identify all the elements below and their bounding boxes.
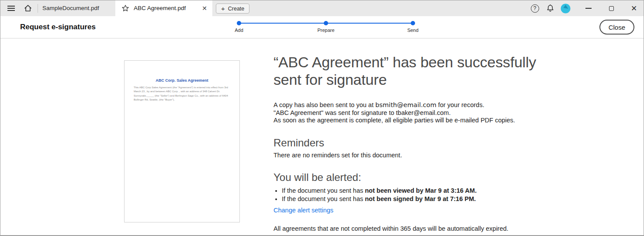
close-button[interactable]: Close: [599, 20, 634, 35]
step-add[interactable]: Add: [222, 16, 256, 33]
help-icon[interactable]: ?: [530, 3, 540, 14]
step-dot: [324, 21, 328, 25]
window-restore-button[interactable]: [604, 2, 619, 15]
step-label: Prepare: [308, 28, 343, 33]
copy-sent-line: A copy has also been sent to you at bsmi…: [274, 101, 544, 109]
window-minimize-button[interactable]: [581, 2, 596, 15]
step-label: Send: [395, 28, 430, 33]
reminders-heading: Reminders: [274, 137, 544, 149]
notifications-bell-icon[interactable]: [545, 3, 555, 14]
hamburger-menu-icon[interactable]: [5, 3, 17, 14]
copy-line-suffix: for your records.: [436, 101, 485, 108]
alert-prefix: If the document you sent has: [282, 187, 365, 194]
summary-block: A copy has also been sent to you at bsmi…: [274, 101, 544, 125]
tab-bar: SampleDocument.pdf ABC Agreement.pdf ✕ +…: [0, 0, 644, 16]
step-label: Add: [222, 28, 256, 33]
alert-bold: not been signed by Mar 9 at 7:16 PM.: [365, 195, 476, 202]
reminders-body: There are no reminders set for this docu…: [274, 152, 544, 160]
progress-stepper: Add Prepare Send: [236, 16, 415, 38]
document-thumbnail: ABC Corp. Sales Agreement This ABC Corp …: [124, 60, 240, 222]
confirmation-panel: “ABC Agreement” has been successfully se…: [274, 53, 544, 232]
alert-list: If the document you sent has not been vi…: [274, 187, 544, 203]
thumbnail-doc-body: This ABC Corp Sales Agreement (the "Agre…: [134, 86, 230, 102]
success-heading: “ABC Agreement” has been successfully se…: [274, 53, 541, 88]
window-close-button[interactable]: ✕: [627, 2, 641, 15]
avatar[interactable]: [560, 3, 571, 14]
esign-header: Request e-signatures Add Prepare Send Cl…: [0, 16, 644, 38]
complete-line: As soon as the agreement is complete, al…: [274, 117, 544, 125]
alert-item-viewed: If the document you sent has not been vi…: [282, 187, 544, 195]
app-window: SampleDocument.pdf ABC Agreement.pdf ✕ +…: [0, 0, 644, 236]
sender-email: bsmith@email.com: [375, 101, 436, 108]
plus-icon: +: [221, 5, 225, 12]
alert-bold: not been viewed by Mar 9 at 3:16 AM.: [365, 187, 477, 194]
step-dot: [237, 21, 241, 25]
main-content: ABC Corp. Sales Agreement This ABC Corp …: [0, 38, 644, 236]
alerts-heading: You will be alerted:: [274, 171, 544, 184]
home-icon[interactable]: [22, 3, 34, 14]
expiry-note: All agreements that are not completed wi…: [274, 225, 544, 232]
step-send[interactable]: Send: [395, 16, 430, 33]
tab-abc-agreement[interactable]: ABC Agreement.pdf ✕: [115, 0, 212, 16]
alert-prefix: If the document you sent has: [282, 195, 365, 202]
step-dot: [411, 21, 415, 25]
page-title: Request e-signatures: [20, 16, 96, 38]
step-prepare[interactable]: Prepare: [308, 16, 343, 33]
tab-close-icon[interactable]: ✕: [200, 4, 209, 13]
tab-sampledocument[interactable]: SampleDocument.pdf: [38, 0, 115, 16]
change-alert-settings-link[interactable]: Change alert settings: [274, 207, 333, 214]
create-button-label: Create: [228, 6, 245, 12]
create-button[interactable]: + Create: [216, 3, 249, 14]
star-icon[interactable]: [121, 4, 129, 12]
copy-line-prefix: A copy has also been sent to you at: [274, 101, 375, 108]
thumbnail-doc-title: ABC Corp. Sales Agreement: [125, 78, 239, 83]
tab-label: ABC Agreement.pdf: [134, 0, 186, 16]
sent-to-line: "ABC Agreement" was sent for signature t…: [274, 109, 544, 117]
alert-item-signed: If the document you sent has not been si…: [282, 195, 544, 203]
